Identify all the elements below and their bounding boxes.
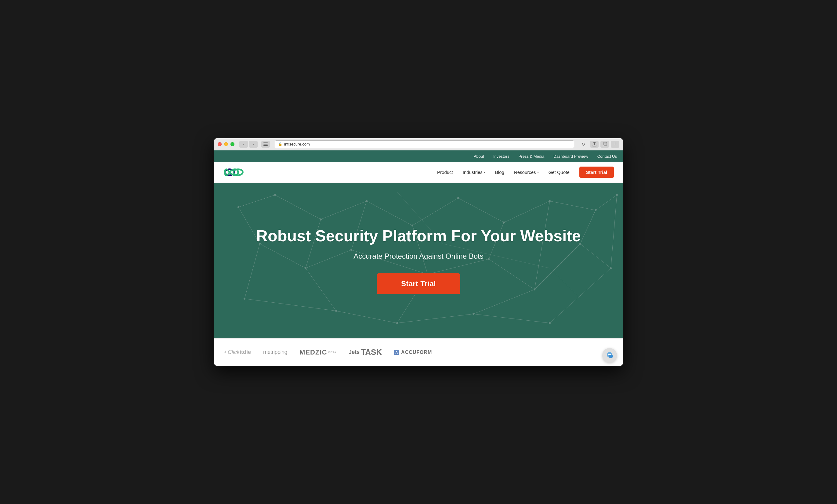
nav-get-quote[interactable]: Get Quote bbox=[549, 170, 570, 175]
svg-point-69 bbox=[609, 354, 610, 355]
browser-titlebar: ‹ › 🔒 infisecure.com ↻ bbox=[214, 138, 623, 150]
svg-line-55 bbox=[336, 311, 397, 323]
maximize-window-button[interactable] bbox=[230, 142, 234, 146]
hero-title: Robust Security Platform For Your Websit… bbox=[256, 227, 581, 245]
nav-product[interactable]: Product bbox=[437, 170, 453, 175]
chat-button[interactable] bbox=[602, 348, 617, 363]
logo-medzic: MEDZIC BETA bbox=[300, 349, 336, 356]
address-bar[interactable]: 🔒 infisecure.com bbox=[275, 140, 574, 148]
nav-industries[interactable]: Industries ▾ bbox=[463, 170, 485, 175]
back-button[interactable]: ‹ bbox=[239, 141, 248, 148]
top-nav-contact-us[interactable]: Contact Us bbox=[598, 154, 617, 158]
svg-point-67 bbox=[609, 355, 613, 358]
main-nav-bar: Product Industries ▾ Blog Resources ▾ Ge… bbox=[214, 162, 623, 183]
browser-window: ‹ › 🔒 infisecure.com ↻ bbox=[214, 138, 623, 366]
svg-line-56 bbox=[397, 314, 474, 323]
svg-line-54 bbox=[245, 299, 336, 311]
hero-subtitle: Accurate Protection Against Online Bots bbox=[256, 252, 581, 261]
nav-blog[interactable]: Blog bbox=[495, 170, 504, 175]
close-window-button[interactable] bbox=[218, 142, 221, 146]
url-text: infisecure.com bbox=[284, 142, 310, 146]
svg-line-36 bbox=[504, 201, 550, 222]
hero-section: Robust Security Platform For Your Websit… bbox=[214, 183, 623, 338]
hero-content: Robust Security Platform For Your Websit… bbox=[256, 227, 581, 294]
svg-rect-3 bbox=[603, 143, 606, 146]
svg-point-68 bbox=[608, 354, 609, 355]
svg-line-37 bbox=[550, 201, 595, 210]
industries-chevron-icon: ▾ bbox=[484, 170, 485, 174]
new-tab-button[interactable]: + bbox=[611, 141, 619, 148]
logo-clickitdie: ✦ Clickitdie bbox=[223, 349, 251, 355]
top-nav-investors[interactable]: Investors bbox=[493, 154, 510, 158]
share-button[interactable] bbox=[590, 141, 599, 148]
svg-rect-4 bbox=[604, 142, 607, 145]
new-window-button[interactable] bbox=[601, 141, 609, 148]
main-nav-links: Product Industries ▾ Blog Resources ▾ Ge… bbox=[437, 167, 614, 178]
svg-line-45 bbox=[580, 210, 595, 244]
svg-rect-2 bbox=[264, 145, 268, 146]
logo-accuform: A ACCUFORM bbox=[394, 350, 432, 355]
svg-line-32 bbox=[321, 201, 367, 219]
ssl-lock-icon: 🔒 bbox=[278, 142, 282, 146]
svg-rect-0 bbox=[264, 143, 268, 143]
top-nav-bar: About Investors Press & Media Dashboard … bbox=[214, 150, 623, 162]
nav-start-trial-button[interactable]: Start Trial bbox=[580, 167, 614, 178]
sidebar-toggle-button[interactable] bbox=[261, 141, 270, 148]
svg-line-30 bbox=[238, 195, 275, 207]
svg-line-57 bbox=[474, 314, 550, 323]
logo-area[interactable] bbox=[223, 165, 245, 179]
top-nav-about[interactable]: About bbox=[474, 154, 484, 158]
nav-resources[interactable]: Resources ▾ bbox=[514, 170, 539, 175]
top-nav-dashboard-preview[interactable]: Dashboard Preview bbox=[553, 154, 588, 158]
resources-chevron-icon: ▾ bbox=[537, 170, 539, 174]
logo-jetstask: JetsTASK bbox=[349, 348, 382, 357]
website-content: About Investors Press & Media Dashboard … bbox=[214, 150, 623, 366]
svg-line-33 bbox=[367, 201, 412, 225]
client-logos-section: ✦ Clickitdie metripping MEDZIC BETA Jets… bbox=[214, 338, 623, 366]
forward-button[interactable]: › bbox=[249, 141, 257, 148]
svg-point-70 bbox=[610, 354, 611, 355]
svg-line-46 bbox=[611, 195, 617, 268]
top-nav-press-media[interactable]: Press & Media bbox=[519, 154, 545, 158]
svg-rect-1 bbox=[264, 144, 268, 145]
hero-start-trial-button[interactable]: Start Trial bbox=[377, 273, 460, 294]
svg-line-38 bbox=[595, 195, 617, 210]
site-logo bbox=[223, 165, 245, 179]
svg-line-31 bbox=[275, 195, 321, 219]
svg-line-53 bbox=[580, 244, 611, 268]
refresh-button[interactable]: ↻ bbox=[579, 141, 588, 148]
logo-metripping: metripping bbox=[263, 349, 287, 355]
chat-icon bbox=[606, 352, 613, 359]
svg-line-34 bbox=[412, 198, 458, 225]
svg-line-35 bbox=[458, 198, 504, 222]
minimize-window-button[interactable] bbox=[224, 142, 228, 146]
